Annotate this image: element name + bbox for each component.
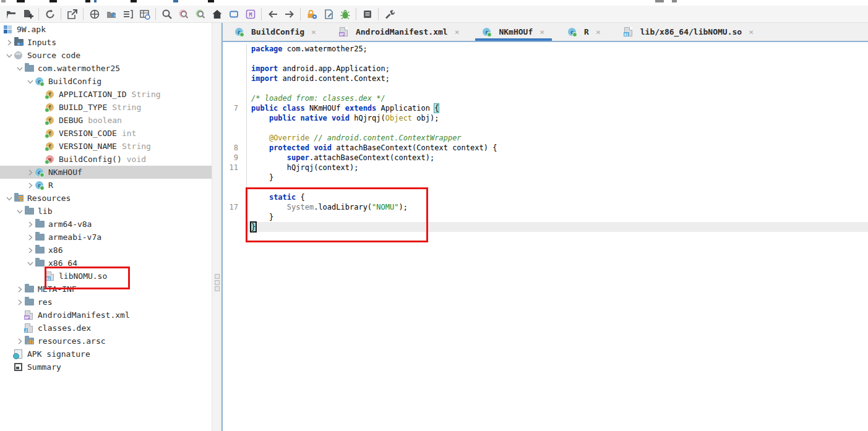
code-text[interactable]: static { xyxy=(247,192,868,202)
close-icon[interactable]: × xyxy=(596,27,601,36)
chevron-right-icon[interactable] xyxy=(14,297,25,307)
code-text[interactable] xyxy=(247,123,868,133)
tree-item-version-code[interactable]: fVERSION_CODEint xyxy=(0,127,212,140)
flat-packages-icon[interactable] xyxy=(119,7,136,22)
code-line[interactable]: 11 hQjrqj(context); xyxy=(223,163,868,173)
tree-item-debug[interactable]: fDEBUGboolean xyxy=(0,114,212,127)
code-text[interactable] xyxy=(247,54,868,64)
tree-item-armeabi-v7a[interactable]: armeabi-v7a xyxy=(0,231,212,244)
tree-item-nkmhouf[interactable]: cNKmHOUf xyxy=(0,166,212,179)
code-line[interactable]: } xyxy=(223,222,868,232)
code-text[interactable]: } xyxy=(247,222,868,232)
close-icon[interactable]: × xyxy=(749,27,754,36)
add-files-icon[interactable] xyxy=(19,7,36,22)
quark-report-icon[interactable] xyxy=(320,7,337,22)
tree-item-source-code[interactable]: Source code xyxy=(0,49,212,62)
chevron-right-icon[interactable] xyxy=(25,167,35,177)
tab-lib-x86-64-libnomu-so[interactable]: 01lib/x86_64/libNOMU.so× xyxy=(617,23,761,41)
main-activity-icon[interactable] xyxy=(208,7,225,22)
tree-item-meta-inf[interactable]: META-INF xyxy=(0,283,212,296)
tree-item-x86-64[interactable]: x86_64 xyxy=(0,257,212,270)
code-text[interactable]: System.loadLibrary("NOMU"); xyxy=(247,202,868,212)
frame-icon[interactable] xyxy=(225,7,242,22)
code-text[interactable] xyxy=(247,182,868,192)
chevron-down-icon[interactable] xyxy=(25,76,35,87)
tree-structure-icon[interactable] xyxy=(103,7,119,22)
code-text[interactable]: super.attachBaseContext(context); xyxy=(247,153,868,163)
close-icon[interactable]: × xyxy=(539,27,544,36)
code-line[interactable] xyxy=(223,123,868,133)
tree-item-com-watermother25[interactable]: com.watermother25 xyxy=(0,62,212,75)
tree-item-summary[interactable]: Summary xyxy=(0,361,212,373)
open-file-icon[interactable] xyxy=(2,7,19,22)
panel-splitter[interactable] xyxy=(212,23,221,431)
tree-item-buildconfig[interactable]: cBuildConfig xyxy=(0,75,212,88)
chevron-right-icon[interactable] xyxy=(4,37,14,48)
code-line[interactable]: static { xyxy=(223,192,868,202)
chevron-down-icon[interactable] xyxy=(4,193,14,203)
code-line[interactable] xyxy=(223,83,868,93)
chevron-right-icon[interactable] xyxy=(14,336,25,346)
tree-item-x86[interactable]: x86 xyxy=(0,244,212,257)
class-search-icon[interactable] xyxy=(175,7,192,22)
tree-item-9w-apk[interactable]: 9W.apk xyxy=(0,23,212,36)
code-line[interactable] xyxy=(223,54,868,64)
tree-item-libnomu-so[interactable]: 01libNOMU.so xyxy=(0,270,212,283)
splitter-handle-icon[interactable] xyxy=(215,274,220,292)
tab-androidmanifest-xml[interactable]: MFAndroidManifest.xml× xyxy=(332,23,467,41)
code-text[interactable]: } xyxy=(247,173,868,182)
tree-item-version-name[interactable]: fVERSION_NAMEString xyxy=(0,140,212,153)
tab-buildconfig[interactable]: cBuildConfig× xyxy=(228,23,324,41)
debugger-icon[interactable] xyxy=(337,7,353,22)
chevron-down-icon[interactable] xyxy=(14,206,25,216)
tree-item-apk-signature[interactable]: APK signature xyxy=(0,348,212,361)
code-line[interactable]: import android.app.Application; xyxy=(223,64,868,74)
tree-item-build-type[interactable]: fBUILD_TYPEString xyxy=(0,101,212,114)
tree-item-lib[interactable]: lib xyxy=(0,205,212,218)
code-line[interactable]: } xyxy=(223,173,868,182)
code-text[interactable]: } xyxy=(247,212,868,222)
tree-item-res[interactable]: res xyxy=(0,296,212,309)
code-text[interactable]: public native void hQjrqj(Object obj); xyxy=(247,113,868,123)
chevron-right-icon[interactable] xyxy=(25,245,35,255)
code-text[interactable]: /* loaded from: classes.dex */ xyxy=(247,93,868,103)
forward-icon[interactable] xyxy=(281,7,298,22)
tab-nkmhouf[interactable]: cNKmHOUf× xyxy=(475,23,552,41)
chevron-right-icon[interactable] xyxy=(25,180,35,190)
heap-usage-icon[interactable] xyxy=(136,7,153,22)
comment-search-icon[interactable] xyxy=(192,7,208,22)
code-text[interactable]: hQjrqj(context); xyxy=(247,163,868,173)
export-icon[interactable] xyxy=(64,7,80,22)
code-editor[interactable]: package com.watermother25;import android… xyxy=(223,42,868,431)
methods-icon[interactable]: M xyxy=(242,7,259,22)
code-line[interactable]: 8 protected void attachBaseContext(Conte… xyxy=(223,143,868,153)
tree-item-arm64-v8a[interactable]: arm64-v8a xyxy=(0,218,212,231)
chevron-right-icon[interactable] xyxy=(25,219,35,229)
tab-r[interactable]: cR× xyxy=(561,23,608,41)
deobfuscation-icon[interactable] xyxy=(86,7,103,22)
code-text[interactable]: public class NKmHOUf extends Application… xyxy=(247,103,868,113)
code-text[interactable] xyxy=(247,83,868,93)
tree-item-resources-arsc[interactable]: resources.arsc xyxy=(0,335,212,348)
resources-tree[interactable]: 9W.apkInputsSource codecom.watermother25… xyxy=(0,23,212,431)
tree-item-r[interactable]: cR xyxy=(0,179,212,192)
chevron-down-icon[interactable] xyxy=(14,63,25,74)
tree-item-classes-dex[interactable]: Jclasses.dex xyxy=(0,322,212,335)
log-viewer-icon[interactable] xyxy=(359,7,376,22)
code-line[interactable]: 9 super.attachBaseContext(context); xyxy=(223,153,868,163)
code-line[interactable]: 17 System.loadLibrary("NOMU"); xyxy=(223,202,868,212)
code-line[interactable] xyxy=(223,182,868,192)
chevron-right-icon[interactable] xyxy=(14,284,25,294)
chevron-right-icon[interactable] xyxy=(25,232,35,242)
text-search-icon[interactable] xyxy=(158,7,175,22)
code-text[interactable]: import android.content.Context; xyxy=(247,74,868,83)
chevron-down-icon[interactable] xyxy=(25,258,35,268)
tree-item-androidmanifest-xml[interactable]: MFAndroidManifest.xml xyxy=(0,309,212,322)
close-icon[interactable]: × xyxy=(311,27,316,36)
code-line[interactable]: 7public class NKmHOUf extends Applicatio… xyxy=(223,103,868,113)
chevron-down-icon[interactable] xyxy=(4,50,14,61)
code-text[interactable]: package com.watermother25; xyxy=(247,44,868,54)
tree-item-buildconfig-[interactable]: mBuildConfig()void xyxy=(0,153,212,166)
tree-item-resources[interactable]: Resources xyxy=(0,192,212,205)
code-text[interactable]: @Override // android.content.ContextWrap… xyxy=(247,133,868,143)
